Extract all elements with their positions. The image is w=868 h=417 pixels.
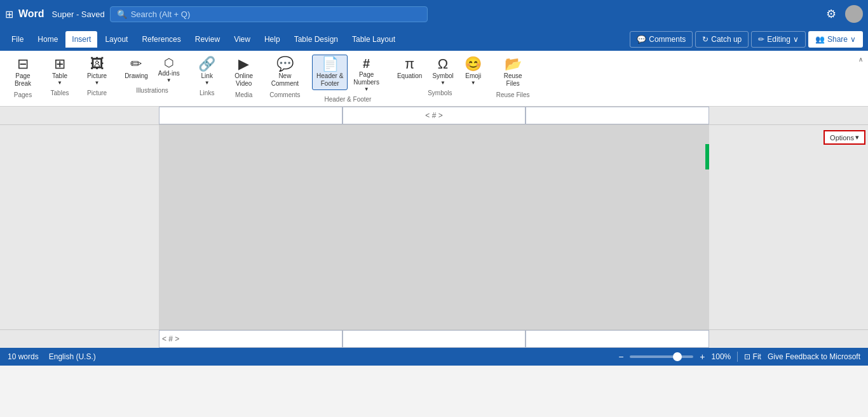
fit-icon: ⊡: [744, 352, 750, 361]
table-button[interactable]: ⊞ Table ▼: [46, 55, 74, 88]
drawing-icon: ✏: [130, 57, 142, 71]
reuse-files-group-label: Reuse Files: [496, 91, 530, 100]
footer-bar: < # >: [0, 329, 868, 348]
menu-view[interactable]: View: [227, 31, 257, 48]
online-video-button[interactable]: ▶ OnlineVideo: [230, 55, 258, 90]
editing-button[interactable]: ✏ Editing ∨: [751, 31, 806, 48]
ribbon-group-picture: 🖼 Picture ▼ Picture: [79, 53, 115, 98]
word-count: 10 words: [8, 352, 39, 361]
ribbon-group-reuse-files: 📂 ReuseFiles Reuse Files: [492, 53, 534, 100]
options-chevron-icon: ▾: [855, 133, 859, 142]
addins-dropdown-icon: ▼: [166, 77, 172, 83]
menu-references[interactable]: References: [135, 31, 187, 48]
link-dropdown-icon: ▼: [205, 80, 210, 86]
comments-button[interactable]: 💬 Comments: [630, 31, 693, 48]
chevron-down-share-icon: ∨: [850, 35, 856, 44]
titlebar: ⊞ Word Super - Saved 🔍 Search (Alt + Q) …: [0, 0, 868, 28]
ribbon-group-illustrations: ✏ Drawing ⬡ Add-ins ▼ Illustrations: [116, 53, 188, 95]
header-left-cell[interactable]: [159, 107, 342, 124]
picture-button[interactable]: 🖼 Picture ▼: [83, 55, 111, 88]
catchup-button[interactable]: ↻ Catch up: [695, 31, 749, 48]
header-footer-icon: 📄: [322, 57, 339, 71]
menu-table-layout[interactable]: Table Layout: [346, 31, 402, 48]
page-numbers-icon: #: [363, 57, 370, 70]
ribbon-group-header-footer: 📄 Header &Footer # PageNumbers ▼ Header …: [308, 53, 388, 104]
user-avatar[interactable]: [845, 5, 863, 23]
page-break-icon: ⊟: [17, 57, 29, 71]
new-comment-button[interactable]: 💬 NewComment: [267, 55, 303, 90]
options-button[interactable]: Options ▾: [824, 130, 865, 145]
symbol-icon: Ω: [438, 57, 448, 71]
add-ins-button[interactable]: ⬡ Add-ins ▼: [154, 55, 184, 86]
tables-group-label: Tables: [46, 89, 74, 98]
search-box[interactable]: 🔍 Search (Alt + Q): [110, 6, 428, 22]
header-page-number: < # >: [425, 111, 442, 120]
zoom-thumb[interactable]: [673, 352, 682, 361]
options-label: Options: [830, 134, 854, 142]
menu-layout[interactable]: Layout: [98, 31, 134, 48]
statusbar: 10 words English (U.S.) − + 100% ⊡ Fit G…: [0, 348, 868, 366]
header-footer-button[interactable]: 📄 Header &Footer: [312, 55, 348, 90]
zoom-minus-icon[interactable]: −: [618, 352, 623, 362]
media-group-label: Media: [230, 91, 258, 100]
footer-left-cell[interactable]: < # >: [159, 330, 342, 348]
share-icon: 👥: [815, 35, 825, 44]
table-icon: ⊞: [54, 57, 65, 71]
share-button[interactable]: 👥 Share ∨: [808, 31, 863, 48]
ribbon-group-pages: ⊟ PageBreak Pages: [5, 53, 41, 100]
drawing-button[interactable]: ✏ Drawing: [120, 55, 153, 83]
ribbon-group-links: 🔗 Link ▼ Links: [189, 53, 225, 98]
footer-center-cell[interactable]: [342, 330, 526, 348]
symbol-button[interactable]: Ω Symbol ▼: [428, 55, 458, 88]
emoji-button[interactable]: 😊 Emoji ▼: [459, 55, 487, 88]
menubar: File Home Insert Layout References Revie…: [0, 28, 868, 51]
comment-icon: 💬: [637, 35, 646, 44]
catchup-icon: ↻: [702, 35, 709, 44]
page-break-button[interactable]: ⊟ PageBreak: [9, 55, 37, 90]
table-dropdown-icon: ▼: [57, 80, 62, 86]
header-footer-group-label: Header & Footer: [312, 96, 384, 104]
footer-right-cell[interactable]: [526, 330, 709, 348]
chevron-down-icon: ∨: [793, 35, 799, 44]
ribbon-group-comments: 💬 NewComment Comments: [263, 53, 307, 100]
language: English (U.S.): [49, 352, 96, 361]
search-placeholder: Search (Alt + Q): [131, 10, 191, 19]
fit-label[interactable]: ⊡ Fit: [744, 352, 761, 361]
feedback-label[interactable]: Give Feedback to Microsoft: [768, 352, 860, 361]
menu-file[interactable]: File: [5, 31, 30, 48]
header-bar: < # >: [0, 107, 868, 125]
picture-icon: 🖼: [90, 57, 104, 71]
settings-icon[interactable]: ⚙: [826, 7, 836, 21]
equation-icon: π: [405, 57, 414, 71]
new-comment-icon: 💬: [276, 57, 294, 71]
grid-icon[interactable]: ⊞: [5, 8, 13, 20]
emoji-icon: 😊: [465, 57, 482, 71]
header-center-cell[interactable]: < # >: [342, 107, 526, 124]
app-name: Word: [18, 8, 44, 20]
symbols-group-label: Symbols: [393, 89, 487, 98]
link-icon: 🔗: [198, 57, 215, 71]
menu-review[interactable]: Review: [189, 31, 226, 48]
zoom-plus-icon[interactable]: +: [700, 352, 705, 362]
zoom-slider[interactable]: [630, 355, 693, 358]
add-ins-icon: ⬡: [164, 57, 174, 69]
header-right-cell[interactable]: [526, 107, 709, 124]
menu-help[interactable]: Help: [258, 31, 287, 48]
link-button[interactable]: 🔗 Link ▼: [193, 55, 221, 88]
page: [159, 125, 709, 329]
menu-table-design[interactable]: Table Design: [288, 31, 344, 48]
document-area: < # > Options ▾ < # >: [0, 107, 868, 348]
equation-button[interactable]: π Equation: [393, 55, 426, 83]
pages-group-label: Pages: [9, 91, 37, 100]
menu-insert[interactable]: Insert: [65, 31, 97, 48]
reuse-files-button[interactable]: 📂 ReuseFiles: [499, 55, 527, 90]
doc-title: Super - Saved: [52, 10, 105, 19]
menu-home[interactable]: Home: [31, 31, 64, 48]
picture-group-label: Picture: [83, 89, 111, 98]
emoji-dropdown-icon: ▼: [471, 80, 476, 86]
page-numbers-button[interactable]: # PageNumbers ▼: [349, 55, 384, 95]
reuse-files-icon: 📂: [505, 57, 522, 71]
footer-page-number: < # >: [162, 334, 179, 343]
links-group-label: Links: [193, 89, 221, 98]
ribbon-collapse-icon[interactable]: ∧: [858, 56, 863, 63]
